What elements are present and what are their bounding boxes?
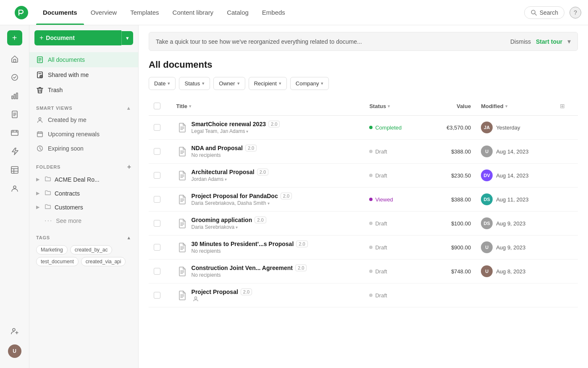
row-checkbox[interactable] [154, 244, 160, 251]
folder-customers[interactable]: ▶Customers [29, 200, 138, 214]
tour-banner-expand-button[interactable]: ▾ [567, 37, 571, 45]
add-user-icon [10, 327, 19, 335]
status-header[interactable]: Status ▾ [364, 97, 433, 116]
contacts-icon-button[interactable] [6, 180, 23, 197]
top-nav: DocumentsOverviewTemplatesContent librar… [0, 0, 588, 25]
row-status-cell: Viewed [364, 188, 433, 212]
folder-contracts[interactable]: ▶Contracts [29, 186, 138, 200]
row-actions-cell [553, 140, 578, 164]
title-col-label: Title [176, 103, 188, 109]
smart-view-upcoming_renewals[interactable]: Upcoming renewals [29, 127, 138, 141]
doc-title[interactable]: Grooming application [192, 217, 252, 223]
table-container: Title ▾ Status ▾ Value [139, 97, 588, 307]
expiring_soon-icon [36, 145, 44, 152]
nav-tab-overview[interactable]: Overview [84, 0, 124, 25]
nav-tab-templates[interactable]: Templates [123, 0, 165, 25]
row-checkbox[interactable] [154, 196, 160, 203]
avatar: U [481, 265, 493, 277]
tags-header[interactable]: TAGS ▲ [36, 235, 131, 240]
doc-title[interactable]: 30 Minutes to President'...s Proposal [192, 241, 294, 247]
analytics-icon-button[interactable] [6, 87, 23, 104]
subtitle-expand-chevron[interactable]: ▾ [225, 177, 227, 182]
new-item-button[interactable]: + [7, 30, 22, 45]
new-document-main-button[interactable]: + Document [34, 30, 121, 45]
doc-title[interactable]: Project Proposal for PandaDoc [192, 193, 278, 199]
filter-status[interactable]: Status▾ [179, 77, 210, 90]
documents-icon-button[interactable] [6, 106, 23, 123]
table-icon-button[interactable] [6, 161, 23, 178]
row-checkbox[interactable] [154, 220, 160, 227]
folders-header[interactable]: FOLDERS + [36, 163, 131, 171]
modified-header[interactable]: Modified ▾ [476, 97, 553, 116]
dismiss-button[interactable]: Dismiss [510, 38, 531, 45]
tag-marketing[interactable]: Marketing [36, 245, 68, 254]
folder-acme[interactable]: ▶ACME Deal Ro... [29, 172, 138, 186]
sidebar-nav-shared_with_me[interactable]: Shared with me [29, 67, 138, 82]
title-header[interactable]: Title ▾ [171, 97, 365, 116]
row-checkbox[interactable] [154, 172, 160, 179]
filter-company[interactable]: Company▾ [290, 77, 329, 90]
row-value-cell: $230.50 [433, 164, 476, 188]
new-document-dropdown-button[interactable]: ▾ [121, 31, 133, 45]
column-settings-button[interactable]: ⊞ [558, 101, 567, 111]
home-icon-button[interactable] [6, 50, 23, 67]
search-button[interactable]: Search [524, 6, 564, 19]
svg-rect-37 [37, 132, 42, 137]
tag-created_by_ac[interactable]: created_by_ac [70, 245, 113, 254]
tag-created_via_api[interactable]: created_via_api [81, 257, 126, 266]
help-button[interactable]: ? [570, 7, 581, 19]
add-user-icon-button[interactable] [6, 323, 23, 339]
row-checkbox-cell [149, 164, 171, 188]
tasks-icon-button[interactable] [6, 69, 23, 86]
modified-date: Aug 14, 2023 [496, 172, 528, 179]
smart-view-created_by_me[interactable]: Created by me [29, 113, 138, 127]
status-label: Draft [375, 268, 387, 275]
user-avatar-button[interactable]: U [6, 343, 23, 360]
filter-recipient[interactable]: Recipient▾ [249, 77, 287, 90]
nav-tab-catalog[interactable]: Catalog [220, 0, 255, 25]
icon-bar-top: + [6, 30, 23, 320]
row-modified-cell: U Aug 8, 2023 [476, 259, 553, 283]
folder-chevron: ▶ [36, 177, 41, 182]
lightning-icon-button[interactable] [6, 143, 23, 160]
smart-views-header[interactable]: SMART VIEWS ▲ [36, 105, 131, 111]
sidebar-nav-all_documents[interactable]: All documents [29, 52, 138, 67]
subtitle-expand-chevron[interactable]: ▾ [236, 225, 238, 230]
nav-tab-embeds[interactable]: Embeds [255, 0, 292, 25]
row-checkbox[interactable] [154, 292, 160, 299]
filter-date[interactable]: Date▾ [149, 77, 176, 90]
doc-title[interactable]: SmartChoice renewal 2023 [192, 121, 266, 127]
smart-view-expiring_soon[interactable]: Expiring soon [29, 141, 138, 156]
row-checkbox[interactable] [154, 268, 160, 275]
doc-title[interactable]: NDA and Proposal [192, 145, 243, 151]
see-more-item[interactable]: ··· See more [29, 214, 138, 228]
smart-views-section: SMART VIEWS ▲ [29, 101, 138, 113]
doc-subtitle: Legal Team, Jan Adams [192, 128, 245, 134]
folder-label: Contracts [55, 190, 80, 197]
folders-list: ▶ACME Deal Ro...▶Contracts▶Customers [29, 172, 138, 214]
row-value-cell: €3,570.00 [433, 116, 476, 140]
row-checkbox-cell [149, 283, 171, 307]
add-folder-button[interactable]: + [127, 163, 131, 171]
doc-title[interactable]: Architectural Proposal [192, 169, 255, 175]
doc-title[interactable]: Project Proposal [192, 289, 238, 295]
tag-test_document[interactable]: test_document [36, 257, 79, 266]
logo-area[interactable] [7, 5, 36, 20]
nav-tab-content_library[interactable]: Content library [166, 0, 220, 25]
subtitle-expand-chevron[interactable]: ▾ [268, 201, 270, 206]
start-tour-button[interactable]: Start tour [536, 38, 562, 45]
select-all-checkbox[interactable] [154, 103, 160, 109]
row-checkbox[interactable] [154, 148, 160, 155]
sidebar-nav-trash[interactable]: Trash [29, 82, 138, 98]
approval-icon-button[interactable] [6, 124, 23, 141]
doc-title[interactable]: Construction Joint Ven... Agreement [192, 265, 293, 271]
status-label: Draft [375, 220, 387, 227]
status-label: Draft [375, 292, 387, 299]
doc-value: $748.00 [451, 268, 471, 275]
subtitle-expand-chevron[interactable]: ▾ [246, 129, 248, 134]
lightning-icon [10, 147, 19, 156]
nav-tab-documents[interactable]: Documents [36, 0, 84, 25]
filter-owner[interactable]: Owner▾ [213, 77, 245, 90]
svg-point-0 [15, 6, 28, 19]
row-checkbox[interactable] [154, 124, 160, 131]
